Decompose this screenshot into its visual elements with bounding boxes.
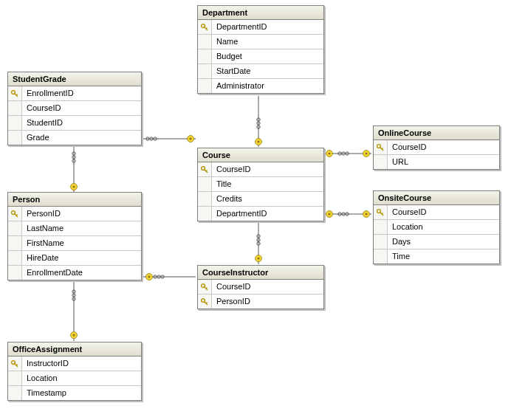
- table-column[interactable]: Grade: [8, 131, 141, 145]
- table-column[interactable]: Location: [8, 371, 141, 386]
- column-name: Timestamp: [22, 386, 141, 400]
- table-title: Course: [202, 151, 230, 159]
- table-column[interactable]: PersonID: [8, 207, 141, 221]
- col-icon: [8, 251, 22, 265]
- table-column[interactable]: Location: [374, 220, 499, 235]
- column-name: DepartmentID: [212, 20, 323, 34]
- column-name: HireDate: [22, 251, 141, 265]
- col-icon: [198, 177, 212, 191]
- table-column[interactable]: Budget: [198, 49, 323, 64]
- table-header[interactable]: CourseInstructor: [198, 266, 323, 280]
- svg-line-33: [382, 213, 383, 214]
- column-name: Title: [212, 177, 323, 191]
- table-column[interactable]: Title: [198, 177, 323, 192]
- table-column[interactable]: EnrollmentDate: [8, 266, 141, 280]
- col-icon: [198, 192, 212, 206]
- column-name: FirstName: [22, 236, 141, 250]
- column-name: LastName: [22, 221, 141, 235]
- table-column[interactable]: Credits: [198, 192, 323, 207]
- table-column[interactable]: CourseID: [8, 101, 141, 116]
- table-column[interactable]: CourseID: [374, 140, 499, 155]
- column-name: StartDate: [212, 64, 323, 78]
- table-column[interactable]: Administrator: [198, 79, 323, 93]
- table-onlinecourse[interactable]: OnlineCourse CourseID URL: [373, 125, 500, 170]
- column-name: Budget: [212, 49, 323, 63]
- col-icon: [374, 155, 388, 169]
- table-column[interactable]: EnrollmentID: [8, 86, 141, 101]
- col-icon: [8, 266, 22, 280]
- table-title: OnlineCourse: [378, 128, 431, 137]
- column-name: Days: [388, 235, 499, 249]
- table-officeassignment[interactable]: OfficeAssignment InstructorID Location T…: [7, 342, 142, 401]
- table-header[interactable]: Course: [198, 148, 323, 162]
- table-column[interactable]: LastName: [8, 221, 141, 236]
- col-icon: [198, 79, 212, 93]
- table-title: StudentGrade: [13, 75, 66, 83]
- col-icon: [198, 64, 212, 78]
- pk-icon: [8, 207, 22, 221]
- svg-line-27: [206, 170, 208, 171]
- column-name: InstructorID: [22, 357, 141, 371]
- pk-icon: [198, 280, 212, 294]
- column-name: URL: [388, 155, 499, 169]
- pk-icon: [374, 205, 388, 219]
- svg-line-18: [16, 94, 18, 95]
- table-column[interactable]: PersonID: [198, 295, 323, 309]
- column-name: CourseID: [388, 205, 499, 219]
- table-course[interactable]: Course CourseID Title Credits Department…: [197, 148, 324, 221]
- table-column[interactable]: StartDate: [198, 64, 323, 79]
- table-column[interactable]: CourseID: [374, 205, 499, 220]
- column-name: EnrollmentID: [22, 86, 141, 100]
- column-name: PersonID: [212, 295, 323, 309]
- table-title: OnsiteCourse: [378, 193, 431, 202]
- col-icon: [8, 221, 22, 235]
- col-icon: [8, 131, 22, 145]
- table-column[interactable]: CourseID: [198, 162, 323, 177]
- column-name: StudentID: [22, 116, 141, 130]
- table-column[interactable]: Timestamp: [8, 386, 141, 400]
- table-column[interactable]: Time: [374, 249, 499, 264]
- column-name: PersonID: [22, 207, 141, 221]
- table-title: OfficeAssignment: [13, 345, 82, 354]
- table-header[interactable]: OfficeAssignment: [8, 342, 141, 357]
- pk-icon: [198, 295, 212, 309]
- pk-icon: [198, 162, 212, 176]
- column-name: Location: [22, 371, 141, 385]
- table-column[interactable]: FirstName: [8, 236, 141, 251]
- column-name: Location: [388, 220, 499, 234]
- table-column[interactable]: Days: [374, 235, 499, 249]
- col-icon: [198, 49, 212, 63]
- table-header[interactable]: OnsiteCourse: [374, 191, 499, 205]
- column-name: CourseID: [388, 140, 499, 154]
- table-column[interactable]: CourseID: [198, 280, 323, 295]
- table-column[interactable]: DepartmentID: [198, 207, 323, 221]
- table-header[interactable]: Department: [198, 6, 323, 20]
- table-person[interactable]: Person PersonID LastName FirstName HireD…: [7, 192, 142, 280]
- table-column[interactable]: InstructorID: [8, 357, 141, 371]
- column-name: Administrator: [212, 79, 323, 93]
- svg-line-42: [16, 364, 18, 365]
- pk-icon: [374, 140, 388, 154]
- table-header[interactable]: StudentGrade: [8, 72, 141, 86]
- svg-line-36: [206, 287, 208, 289]
- col-icon: [8, 101, 22, 115]
- col-icon: [8, 116, 22, 130]
- column-name: CourseID: [212, 162, 323, 176]
- col-icon: [198, 35, 212, 49]
- column-name: Grade: [22, 131, 141, 145]
- col-icon: [8, 236, 22, 250]
- table-column[interactable]: HireDate: [8, 251, 141, 266]
- column-name: DepartmentID: [212, 207, 323, 221]
- table-department[interactable]: Department DepartmentID Name Budget Star…: [197, 5, 324, 94]
- svg-line-39: [206, 302, 208, 303]
- table-courseinstructor[interactable]: CourseInstructor CourseID PersonID: [197, 265, 324, 309]
- table-header[interactable]: OnlineCourse: [374, 126, 499, 140]
- table-header[interactable]: Person: [8, 193, 141, 207]
- table-column[interactable]: StudentID: [8, 116, 141, 131]
- table-column[interactable]: Name: [198, 35, 323, 49]
- table-column[interactable]: URL: [374, 155, 499, 169]
- table-onsitecourse[interactable]: OnsiteCourse CourseID Location Days Time: [373, 190, 500, 264]
- table-studentgrade[interactable]: StudentGrade EnrollmentID CourseID Stude…: [7, 72, 142, 145]
- svg-line-30: [382, 148, 383, 149]
- table-column[interactable]: DepartmentID: [198, 20, 323, 35]
